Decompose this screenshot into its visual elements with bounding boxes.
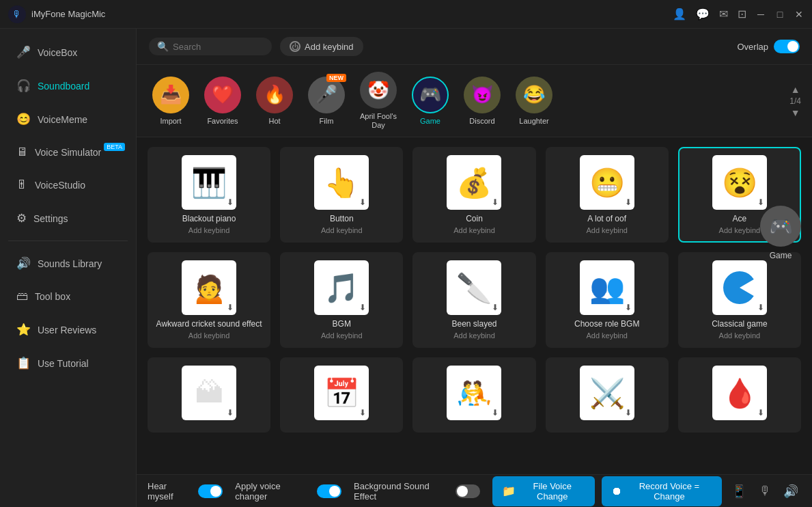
overlap-section: Overlap: [737, 40, 800, 53]
add-keybind-button[interactable]: ⏻ Add keybind: [280, 37, 363, 56]
keybind-label: Add keybind: [305, 42, 354, 52]
bottombar: Hear myself Apply voice changer Backgrou…: [137, 474, 812, 507]
volume-icon-button[interactable]: 🔊: [781, 481, 801, 502]
maximize-button[interactable]: □: [775, 10, 785, 19]
sound-card-button[interactable]: 👆 ⬇ Button Add keybind: [280, 147, 403, 243]
sound-card-blood-drop[interactable]: 🩸 ⬇: [678, 357, 801, 433]
sidebar-item-soundboard[interactable]: 🎧 Soundboard: [4, 70, 132, 101]
bgm-keybind[interactable]: Add keybind: [321, 331, 363, 340]
been-slayed-keybind[interactable]: Add keybind: [453, 331, 495, 340]
cat-tab-april-fools[interactable]: 🤡 April Fool'sDay: [355, 72, 402, 130]
game-float-icon[interactable]: 🎮: [760, 206, 801, 247]
cat-tab-film[interactable]: 🎤 NEW Film: [303, 77, 350, 126]
combat-img: ⚔️ ⬇: [580, 366, 634, 420]
search-input[interactable]: [173, 42, 255, 52]
page-up-arrow[interactable]: ▲: [791, 84, 800, 95]
coin-keybind[interactable]: Add keybind: [453, 226, 495, 234]
sidebar-label-use-tutorial: Use Tutorial: [38, 358, 89, 369]
sound-card-blackout-piano[interactable]: 🎹 ⬇ Blackout piano Add keybind: [148, 147, 270, 243]
new-badge-film: NEW: [326, 74, 346, 82]
minimize-button[interactable]: ─: [756, 10, 766, 19]
window-settings-icon[interactable]: ⊡: [738, 8, 746, 20]
sidebar-item-user-reviews[interactable]: ⭐ User Reviews: [4, 314, 132, 345]
sound-card-been-slayed[interactable]: 🔪 ⬇ Been slayed Add keybind: [412, 252, 535, 348]
sidebar-item-toolbox[interactable]: 🗃 Tool box: [4, 282, 132, 312]
download-icon: ⬇: [227, 303, 234, 312]
background-sound-toggle[interactable]: [456, 484, 480, 498]
awkward-cricket-keybind[interactable]: Add keybind: [188, 331, 230, 340]
sound-card-coin[interactable]: 💰 ⬇ Coin Add keybind: [412, 147, 535, 243]
sidebar-item-voicememe[interactable]: 😊 VoiceMeme: [4, 104, 132, 135]
coin-img: 💰 ⬇: [447, 155, 501, 210]
sidebar-label-soundboard: Soundboard: [38, 81, 89, 92]
oof-img: 😬 ⬇: [580, 155, 634, 210]
voicebox-icon: 🎤: [16, 45, 31, 59]
record-icon: ⏺: [611, 485, 622, 497]
page-down-arrow[interactable]: ▼: [791, 107, 800, 118]
sidebar-item-use-tutorial[interactable]: 📋 Use Tutorial: [4, 348, 132, 379]
use-tutorial-icon: 📋: [16, 356, 31, 370]
classical-game-name: Classical game: [712, 319, 767, 329]
download-icon: ⬇: [227, 408, 234, 417]
background-sound-group: Background Sound Effect: [354, 481, 480, 502]
file-voice-change-button[interactable]: 📁 File Voice Change: [492, 476, 595, 506]
blackout-piano-keybind[interactable]: Add keybind: [188, 226, 230, 234]
cat-tab-laughter[interactable]: 😂 Laughter: [511, 77, 557, 126]
soundboard-icon: 🎧: [16, 79, 31, 93]
sidebar-label-user-reviews: User Reviews: [38, 325, 96, 335]
hear-myself-toggle[interactable]: [198, 484, 223, 498]
sound-card-awkward-cricket[interactable]: 🙍 ⬇ Awkward cricket sound effect Add key…: [148, 252, 270, 348]
cat-tab-import[interactable]: 📥 Import: [148, 77, 194, 126]
sound-card-mountain[interactable]: 🏔 ⬇: [148, 357, 270, 433]
apply-voice-changer-toggle[interactable]: [317, 484, 341, 498]
cat-tab-game[interactable]: 🎮 Game: [407, 77, 453, 126]
sidebar-item-settings[interactable]: ⚙ Settings: [4, 203, 132, 234]
phone-icon-button[interactable]: 📱: [729, 481, 749, 502]
close-button[interactable]: ✕: [794, 10, 804, 19]
main-layout: 🎤 VoiceBox 🎧 Soundboard 😊 VoiceMeme 🖥 Vo…: [0, 29, 812, 507]
sidebar-label-voicememe: VoiceMeme: [38, 114, 87, 125]
button-keybind[interactable]: Add keybind: [321, 226, 363, 234]
cat-tab-favorites[interactable]: ❤️ Favorites: [199, 77, 246, 126]
cat-label-laughter: Laughter: [519, 117, 548, 126]
cat-icon-favorites: ❤️: [204, 77, 241, 113]
cat-label-film: Film: [320, 117, 334, 126]
sidebar-label-voice-simulator: Voice Simulator: [35, 147, 101, 158]
cat-tab-discord[interactable]: 😈 Discord: [459, 77, 505, 126]
mic-icon-button[interactable]: 🎙: [756, 481, 774, 501]
ace-keybind[interactable]: Add keybind: [719, 226, 761, 234]
sound-card-a-lot-of-oof[interactable]: 😬 ⬇ A lot of oof Add keybind: [546, 147, 669, 243]
overlap-label: Overlap: [737, 42, 768, 52]
mail-icon[interactable]: ✉: [719, 8, 728, 20]
sound-card-combat[interactable]: ⚔️ ⬇: [546, 357, 669, 433]
sound-card-calendar[interactable]: 📅 ⬇: [280, 357, 403, 433]
record-voice-change-button[interactable]: ⏺ Record Voice = Change: [602, 476, 722, 506]
cat-tab-hot[interactable]: 🔥 Hot: [251, 77, 298, 126]
user-icon[interactable]: 👤: [673, 8, 686, 20]
sidebar-label-settings: Settings: [33, 213, 68, 224]
classical-game-keybind[interactable]: Add keybind: [719, 331, 761, 340]
oof-keybind[interactable]: Add keybind: [586, 226, 628, 234]
button-name: Button: [330, 214, 354, 223]
been-slayed-img: 🔪 ⬇: [447, 260, 501, 315]
choose-role-img: 👥 ⬇: [580, 260, 634, 315]
team-fight-img: 🤼 ⬇: [447, 366, 501, 420]
cat-label-april-fools: April Fool'sDay: [360, 112, 397, 130]
blood-drop-img: 🩸 ⬇: [712, 366, 767, 420]
search-box[interactable]: 🔍: [149, 38, 272, 55]
sound-card-choose-role-bgm[interactable]: 👥 ⬇ Choose role BGM Add keybind: [546, 252, 669, 348]
sidebar-item-sounds-library[interactable]: 🔊 Sounds Library: [4, 248, 132, 279]
choose-role-keybind[interactable]: Add keybind: [586, 331, 628, 340]
download-icon: ⬇: [492, 303, 499, 312]
sidebar-item-voicestudio[interactable]: 🎚 VoiceStudio: [4, 170, 132, 200]
overlap-toggle[interactable]: [774, 40, 800, 53]
sidebar-item-voicebox[interactable]: 🎤 VoiceBox: [4, 37, 132, 68]
sidebar-item-voice-simulator[interactable]: 🖥 Voice Simulator BETA: [4, 137, 132, 167]
awkward-cricket-name: Awkward cricket sound effect: [156, 319, 262, 329]
hear-myself-group: Hear myself: [148, 481, 223, 502]
chat-icon[interactable]: 💬: [696, 8, 710, 20]
sound-card-classical-game[interactable]: ⬇ Classical game Add keybind: [678, 252, 801, 348]
download-icon: ⬇: [227, 197, 234, 207]
sound-card-team-fight[interactable]: 🤼 ⬇: [412, 357, 535, 433]
sound-card-bgm[interactable]: 🎵 ⬇ BGM Add keybind: [280, 252, 403, 348]
